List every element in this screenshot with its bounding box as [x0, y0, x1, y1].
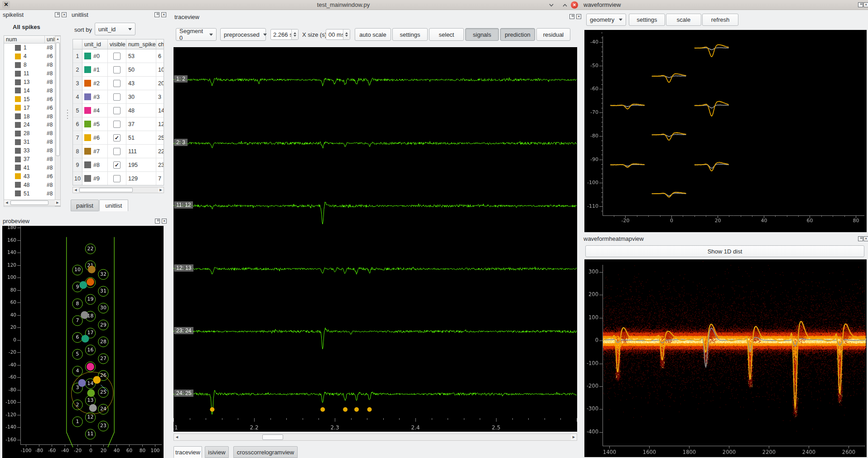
wf-scale-button[interactable]: scale [666, 14, 701, 26]
wf-refresh-button[interactable]: refresh [702, 14, 738, 26]
spike-row[interactable]: 1#8 [4, 44, 60, 52]
scroll-left-icon[interactable]: ◀ [174, 434, 180, 440]
tab-traceview[interactable]: traceview [174, 446, 202, 458]
spinbox-arrows-icon[interactable] [343, 29, 350, 39]
spikelist-vertical-scrollbar[interactable]: ▲ ▼ [55, 36, 61, 206]
unit-row[interactable]: 6#53712 [73, 117, 164, 131]
xsize-spinbox[interactable]: 00 ms [326, 29, 350, 40]
close-window-button[interactable]: ✕ [571, 1, 578, 9]
visible-checkbox[interactable] [113, 80, 121, 87]
spike-row[interactable]: 8#8 [4, 61, 60, 69]
spike-row[interactable]: 13#8 [4, 78, 60, 87]
unitlist-col-num-spikes[interactable]: num_spikes [126, 39, 156, 49]
waveformview-float-icon[interactable] [858, 2, 863, 7]
spike-row[interactable]: 4#6 [4, 52, 60, 61]
spike-row[interactable]: 28#8 [4, 129, 60, 138]
unit-row[interactable]: 8#711122 [73, 145, 164, 158]
visible-checkbox[interactable] [113, 66, 121, 73]
spikelist-float-icon[interactable] [55, 12, 60, 17]
visible-checkbox[interactable] [113, 107, 121, 114]
unitlist-hscroll-thumb[interactable] [79, 188, 133, 192]
spike-row[interactable]: 17#6 [4, 103, 60, 112]
traceview-scroll-thumb[interactable] [262, 434, 283, 440]
prediction-toggle-button[interactable]: prediction [500, 28, 535, 41]
spike-row[interactable]: 18#8 [4, 112, 60, 121]
spike-row[interactable]: 41#8 [4, 163, 60, 172]
unitlist-col-visible[interactable]: visible [108, 39, 126, 49]
traceview-float-icon[interactable] [569, 14, 574, 19]
source-combobox[interactable]: preprocessed [220, 28, 266, 41]
visible-checkbox[interactable] [113, 175, 121, 182]
visible-checkbox[interactable] [113, 53, 121, 60]
unitlist-col-unit-id[interactable]: unit_id [82, 39, 108, 49]
spinbox-arrows-icon[interactable] [291, 29, 298, 39]
traceview-close-icon[interactable]: ✕ [576, 14, 581, 19]
spikelist-horizontal-scrollbar[interactable]: ◀ ▶ [4, 200, 61, 206]
visible-checkbox[interactable]: ✓ [113, 134, 121, 141]
spikelist-close-icon[interactable]: ✕ [62, 12, 67, 17]
spike-row[interactable]: 43#6 [4, 172, 60, 180]
unit-row[interactable]: 5#44814 [73, 104, 164, 117]
tab-pairlist[interactable]: pairlist [71, 200, 99, 211]
waveformheatmapview-close-icon[interactable]: ✕ [863, 236, 868, 241]
auto-scale-button[interactable]: auto scale [355, 28, 391, 41]
sort-by-combobox[interactable]: unit_id [95, 23, 135, 35]
select-button[interactable]: select [429, 28, 464, 41]
unitlist-close-icon[interactable]: ✕ [161, 12, 166, 17]
visible-checkbox[interactable]: ✓ [113, 161, 121, 169]
spikelist-hscroll-thumb[interactable] [10, 200, 48, 205]
spikelist-table-header[interactable]: num unit_i [4, 36, 60, 44]
spike-row[interactable]: 51#8 [4, 189, 60, 198]
signals-toggle-button[interactable]: signals [465, 28, 499, 41]
splitter-handle[interactable] [67, 109, 68, 119]
tab-isiview[interactable]: isiview [205, 446, 229, 458]
unit-row[interactable]: 1#0536 [73, 49, 164, 63]
chevron-up-button[interactable] [561, 1, 569, 9]
unitlist-float-icon[interactable] [154, 12, 159, 17]
geometry-combobox[interactable]: geometry [586, 14, 626, 26]
probeview-close-icon[interactable]: ✕ [162, 219, 167, 224]
spike-row[interactable]: 31#8 [4, 138, 60, 146]
spike-row[interactable]: 24#8 [4, 121, 60, 129]
residual-toggle-button[interactable]: residual [536, 28, 570, 41]
tab-crosscorrelogramview[interactable]: crosscorrelogramview [233, 446, 298, 458]
scroll-right-icon[interactable]: ▶ [55, 200, 60, 205]
segment-combobox[interactable]: Segment 0 [176, 28, 217, 41]
spike-row[interactable]: 48#8 [4, 180, 60, 189]
visible-checkbox[interactable] [113, 93, 121, 101]
waveformview-close-icon[interactable]: ✕ [863, 2, 868, 7]
spike-row[interactable]: 37#8 [4, 155, 60, 164]
unitlist-horizontal-scrollbar[interactable]: ◀ ▶ [72, 187, 164, 193]
unitlist-table-header[interactable]: unit_id visible num_spikes ch [73, 39, 164, 49]
chevron-down-button[interactable] [547, 1, 555, 9]
scroll-right-icon[interactable]: ▶ [571, 434, 577, 440]
probeview-plot[interactable] [2, 226, 164, 458]
spikelist-col-num[interactable]: num [4, 36, 45, 43]
spike-row[interactable]: 11#8 [4, 69, 60, 78]
wf-settings-button[interactable]: settings [629, 14, 665, 26]
spike-row[interactable]: 15#6 [4, 95, 60, 103]
unit-row[interactable]: 7#6✓5125 [73, 131, 164, 145]
traceview-horizontal-scrollbar[interactable]: ◀ ▶ [174, 434, 577, 441]
waveformheatmapview-float-icon[interactable] [858, 236, 863, 241]
tab-unitlist[interactable]: unitlist [99, 200, 128, 211]
spikelist-scroll-thumb[interactable] [56, 43, 60, 156]
settings-button[interactable]: settings [392, 28, 428, 41]
visible-checkbox[interactable] [113, 121, 121, 128]
time-spinbox[interactable]: 2.266 s [270, 29, 299, 40]
waveformheatmapview-plot[interactable] [584, 259, 867, 457]
traceview-plot[interactable] [174, 47, 577, 432]
waveformview-plot[interactable] [584, 30, 867, 232]
spike-row[interactable]: 14#8 [4, 86, 60, 95]
show-1d-dist-button[interactable]: Show 1D dist [585, 245, 864, 257]
unit-row[interactable]: 4#3303 [73, 90, 164, 104]
unit-row[interactable]: 10#91297 [73, 172, 164, 185]
unit-row[interactable]: 9#8✓19523 [73, 158, 164, 172]
unit-row[interactable]: 2#15010 [73, 63, 164, 77]
visible-checkbox[interactable] [113, 148, 121, 155]
scroll-right-icon[interactable]: ▶ [158, 187, 164, 193]
unit-row[interactable]: 3#24320 [73, 77, 164, 90]
scroll-left-icon[interactable]: ◀ [4, 200, 10, 205]
unitlist-col-ch[interactable]: ch [156, 39, 164, 49]
scroll-up-icon[interactable]: ▲ [55, 36, 60, 42]
